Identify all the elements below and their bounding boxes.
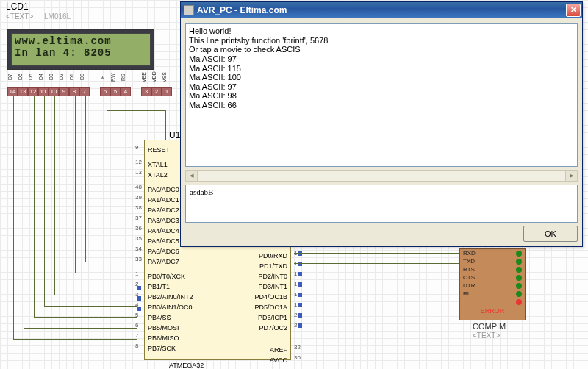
ic-pin-number: 30 xyxy=(294,354,301,361)
ic-pin-number: 8 xyxy=(135,343,138,349)
ic-pin-label: PA0/ADC0 xyxy=(145,186,185,193)
lcd-pin-number: 1 xyxy=(162,87,172,96)
ic-pin-label: AREF xyxy=(243,346,290,354)
wire xyxy=(24,96,24,328)
ic-pin-label: XTAL2 xyxy=(145,171,185,179)
lcd-pin-name: E xyxy=(100,70,110,85)
lcd-pin-name: D1 xyxy=(69,70,79,85)
scroll-right-icon[interactable]: ▸ xyxy=(565,171,577,181)
led-icon xyxy=(516,275,522,281)
ic-pin-number: 36 xyxy=(135,225,142,232)
lcd-pin-number: 2 xyxy=(151,87,162,96)
ic-right-pins: PD0/RXDPD1/TXDPD2/INT0PD3/INT1PD4/OC1BPD… xyxy=(243,251,290,365)
ic-pin-number: 6 xyxy=(135,322,138,329)
ic-pin-number: 37 xyxy=(135,215,142,221)
terminal-line: Hello world! xyxy=(189,26,574,36)
terminal-line: Ma ASCII: 66 xyxy=(189,101,574,110)
terminal[interactable] xyxy=(137,296,141,301)
led-icon xyxy=(516,283,522,289)
ic-pin-label: PB7/SCK xyxy=(145,345,185,352)
ic-pin-number: 39 xyxy=(135,194,142,201)
terminal[interactable] xyxy=(298,323,302,328)
terminal-line: Ma ASCII: 97 xyxy=(189,82,574,92)
wire xyxy=(75,96,76,273)
ic-pin-number: 33 xyxy=(135,256,142,262)
ic-pin-label: PA3/ADC3 xyxy=(145,217,185,224)
lcd-pin-number: 13 xyxy=(18,87,28,96)
lcd-pin-name: D5 xyxy=(28,70,38,85)
terminal-input[interactable]: asdabB xyxy=(185,184,578,223)
ic-pin-label: PB5/MOSI xyxy=(145,324,185,332)
lcd-pin-name: VDD xyxy=(151,70,162,85)
terminal[interactable] xyxy=(298,262,302,266)
ic-left-pins: RESETXTAL1XTAL2PA0/ADC0PA1/ADC1PA2/ADC2P… xyxy=(145,145,185,354)
terminal-line: Ma ASCII: 100 xyxy=(189,73,574,82)
titlebar[interactable]: AVR_PC - Eltima.com ✕ xyxy=(181,2,582,18)
ic-pin-number: 34 xyxy=(135,246,142,252)
ic-pin-label: PB1/T1 xyxy=(145,283,185,290)
compim-error-label: ERROR xyxy=(460,307,525,315)
lcd-pin-name: RW xyxy=(110,70,121,85)
terminal[interactable] xyxy=(137,307,141,311)
lcd-pin-name xyxy=(131,70,141,85)
lcd-display: www.eltima.com In lan 4: 8205 xyxy=(11,33,151,66)
ic-pin-number: 38 xyxy=(135,204,142,211)
compim-component[interactable]: RXDTXDRTSCTSDTRRI ERROR xyxy=(459,248,526,320)
terminal[interactable] xyxy=(298,303,302,307)
lcd-pin-number: 3 xyxy=(141,87,151,96)
wire xyxy=(13,339,137,340)
lcd-component[interactable]: www.eltima.com In lan 4: 8205 xyxy=(7,29,154,70)
compim-name-label: COMPIM xyxy=(473,322,506,331)
ok-button[interactable]: OK xyxy=(523,226,578,242)
ic-pin-label: PD2/INT0 xyxy=(243,273,290,280)
lcd-pin-names: D7D6D5D4D3D2D1D0ERWRSVEEVDDVSS xyxy=(7,70,172,85)
compim-signal-label: RI xyxy=(463,290,469,297)
terminal[interactable] xyxy=(298,313,302,318)
lcd-pin-name: D0 xyxy=(79,70,90,85)
close-button[interactable]: ✕ xyxy=(566,4,581,17)
lcd-pin-name: VSS xyxy=(162,70,172,85)
compim-signal-row: RTS xyxy=(460,265,525,273)
ic-pin-number: 35 xyxy=(135,235,142,242)
app-icon xyxy=(184,5,194,15)
terminal[interactable] xyxy=(298,282,302,287)
lcd-pin-number: 9 xyxy=(59,87,69,96)
terminal-output[interactable]: Hello world!This line printsby function … xyxy=(185,23,578,167)
ic-pin-number: 40 xyxy=(135,184,142,190)
lcd-pin-name: D6 xyxy=(18,70,28,85)
compim-signal-label: RTS xyxy=(463,266,475,273)
error-led-icon xyxy=(516,299,522,305)
ic-ref-label: U1 xyxy=(169,130,180,140)
ic-pin-label: PB3/AIN1/OC0 xyxy=(145,304,185,311)
lcd-pin-number: 11 xyxy=(38,87,49,96)
lcd-pin-number: 5 xyxy=(110,87,121,96)
ic-name-label: ATMEGA32 xyxy=(169,362,204,369)
lcd-line2: In lan 4: 8205 xyxy=(15,47,147,59)
lcd-pin-name: RS xyxy=(121,70,131,85)
lcd-pin-number: 6 xyxy=(100,87,110,96)
terminal-line: Ma ASCII: 98 xyxy=(189,91,574,101)
wire xyxy=(44,306,137,307)
lcd-text-ph: <TEXT> xyxy=(6,12,33,21)
wire xyxy=(65,96,65,284)
lcd-part-label: LM016L xyxy=(44,12,71,21)
terminal[interactable] xyxy=(298,272,302,276)
wire xyxy=(107,110,165,111)
ic-pin-number: 9 xyxy=(135,144,138,151)
ic-pin-number: 32 xyxy=(294,344,301,351)
terminal-line: Ma ASCII: 115 xyxy=(189,64,574,74)
lcd-pin-number: 10 xyxy=(49,87,59,96)
ic-pin-label: PA4/ADC4 xyxy=(145,227,185,234)
terminal[interactable] xyxy=(298,293,302,297)
ic-pin-label: PB0/T0/XCK xyxy=(145,273,185,280)
ic-pin-number: 5 xyxy=(135,312,138,318)
ic-pin-label: PA6/ADC6 xyxy=(145,248,185,255)
ic-pin-label: PD0/RXD xyxy=(243,252,290,259)
scroll-left-icon[interactable]: ◂ xyxy=(186,171,198,181)
horizontal-scrollbar[interactable]: ◂ ▸ xyxy=(185,170,578,182)
led-icon xyxy=(516,259,522,265)
terminal[interactable] xyxy=(137,286,141,290)
wire xyxy=(65,284,137,284)
avr-pc-dialog: AVR_PC - Eltima.com ✕ Hello world!This l… xyxy=(180,1,583,247)
terminal[interactable] xyxy=(298,251,302,256)
